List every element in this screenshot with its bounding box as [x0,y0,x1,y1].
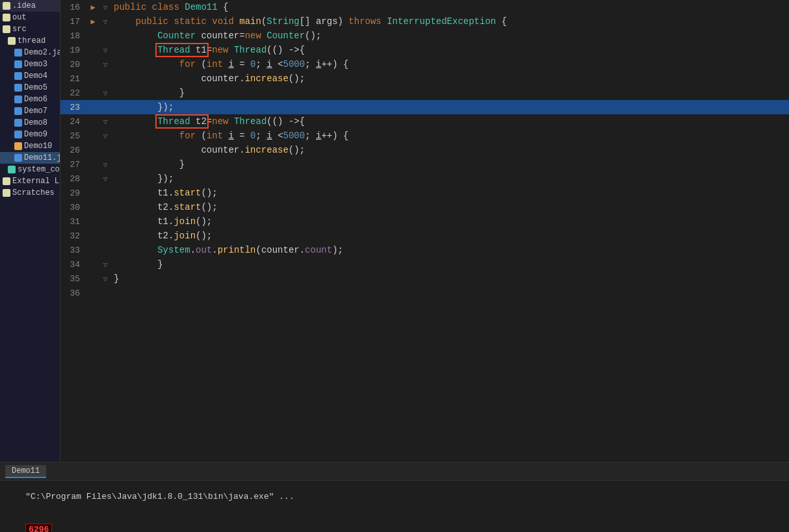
code-line-24: 24 ▽ Thread t2=new Thread(() ->{ [60,114,789,129]
console-output: 6296 [0,513,789,532]
line-number: 29 [60,188,86,198]
line-content: } [111,257,789,272]
fold-icon[interactable]: ▽ [99,118,111,126]
code-line-16: 16 ▶ ▽ public class Demo11 { [60,0,789,14]
line-content: }); [111,100,789,114]
code-line-35: 35 ▽ } [60,272,789,286]
sidebar-item-label: Demo11.j [24,153,60,162]
fold-icon[interactable]: ▽ [99,18,111,26]
file-icon [8,166,16,173]
java-file-icon [14,119,22,127]
main-area: .idea out src thread Demo2.ja Demo3 Demo… [0,0,789,462]
code-editor: 16 ▶ ▽ public class Demo11 { 17 ▶ ▽ publ… [60,0,789,462]
sidebar-item-label: Scratches and C [12,188,60,197]
sidebar-item-thread[interactable]: thread [0,35,60,47]
line-number: 32 [60,231,86,241]
console-command: "C:\Program Files\Java\jdk1.8.0_131\bin\… [0,481,789,513]
code-line-28: 28 ▽ }); [60,171,789,186]
fold-icon[interactable]: ▽ [99,160,111,169]
java-file-icon [14,60,22,68]
line-content: t2.start(); [111,200,789,214]
line-content: public static void main(String[] args) t… [111,14,789,29]
code-line-25: 25 ▽ for (int i = 0; i <5000; i++) { [60,129,789,143]
line-content: } [111,86,789,100]
folder-icon [3,25,10,33]
line-number: 23 [60,103,86,112]
line-content: Thread t2=new Thread(() ->{ [111,114,789,129]
sidebar-item-demo8[interactable]: Demo8 [0,117,60,129]
sidebar-item-label: Demo6 [24,95,47,104]
code-line-17: 17 ▶ ▽ public static void main(String[] … [60,14,789,29]
line-content: t1.join(); [111,214,789,229]
fold-icon[interactable]: ▽ [99,46,111,55]
sidebar-item-demo7[interactable]: Demo7 [0,105,60,117]
sidebar-item-demo11[interactable]: Demo11.j [0,152,60,164]
folder-icon [3,177,10,185]
line-content: } [111,272,789,286]
sidebar-item-label: External Librarie [12,177,60,186]
line-number: 31 [60,217,86,227]
sidebar-item-demo6[interactable]: Demo6 [0,94,60,105]
sidebar-item-label: .idea [12,1,36,10]
folder-icon [3,189,10,197]
line-content: }); [111,171,789,186]
fold-icon[interactable]: ▽ [99,132,111,140]
fold-icon[interactable]: ▽ [99,175,111,183]
sidebar-item-label: Demo10 [24,142,52,151]
sidebar-item-demo5[interactable]: Demo5 [0,82,60,94]
line-content: counter.increase(); [111,143,789,157]
line-content: Counter counter=new Counter(); [111,29,789,43]
code-line-27: 27 ▽ } [60,157,789,171]
sidebar-item-out[interactable]: out [0,12,60,23]
sidebar-item-idea[interactable]: .idea [0,0,60,12]
console-command-text: "C:\Program Files\Java\jdk1.8.0_131\bin\… [25,492,294,501]
sidebar-item-external-libraries[interactable]: External Librarie [0,175,60,187]
fold-icon[interactable]: ▽ [99,89,111,97]
sidebar-item-label: Demo9 [24,130,47,139]
code-line-20: 20 ▽ for (int i = 0; i <5000; i++) { [60,57,789,71]
line-content: System.out.println(counter.count); [111,243,789,257]
code-lines[interactable]: 16 ▶ ▽ public class Demo11 { 17 ▶ ▽ publ… [60,0,789,462]
tab-demo11[interactable]: Demo11 [5,465,46,478]
sidebar-item-demo4[interactable]: Demo4 [0,70,60,82]
fold-icon[interactable]: ▽ [99,260,111,269]
sidebar-item-label: out [12,13,27,22]
sidebar-item-label: src [12,25,27,34]
sidebar-item-label: Demo5 [24,83,47,92]
code-line-22: 22 ▽ } [60,86,789,100]
folder-icon [8,37,16,45]
sidebar-item-demo10[interactable]: Demo10 [0,140,60,152]
line-number: 17 [60,17,86,27]
line-number: 30 [60,203,86,212]
line-number: 35 [60,274,86,284]
line-number: 26 [60,146,86,155]
sidebar-item-demo3[interactable]: Demo3 [0,58,60,70]
line-content: counter.increase(); [111,71,789,86]
code-line-21: 21 counter.increase(); [60,71,789,86]
sidebar-item-demo9[interactable]: Demo9 [0,129,60,140]
sidebar-item-demo2[interactable]: Demo2.ja [0,47,60,58]
java-file-icon [14,72,22,80]
sidebar-item-scratches[interactable]: Scratches and C [0,187,60,199]
line-number: 19 [60,45,86,55]
line-content: public class Demo11 { [111,0,789,14]
line-content: t2.join(); [111,229,789,243]
line-content: t1.start(); [111,186,789,200]
code-line-18: 18 Counter counter=new Counter(); [60,29,789,43]
line-number: 20 [60,60,86,70]
folder-icon [3,2,10,10]
line-number: 36 [60,288,86,298]
java-file-icon [14,95,22,103]
java-file-icon [14,107,22,115]
line-number: 27 [60,160,86,170]
java-file-icon [14,84,22,92]
line-content: for (int i = 0; i <5000; i++) { [111,129,789,143]
sidebar-item-system-code[interactable]: system_code. [0,164,60,175]
fold-icon[interactable]: ▽ [99,3,111,12]
sidebar-item-label: Demo2.ja [24,48,60,57]
fold-icon[interactable]: ▽ [99,275,111,283]
sidebar-item-src[interactable]: src [0,23,60,35]
fold-icon[interactable]: ▽ [99,60,111,69]
line-content: Thread t1=new Thread(() ->{ [111,43,789,57]
line-number: 33 [60,246,86,255]
